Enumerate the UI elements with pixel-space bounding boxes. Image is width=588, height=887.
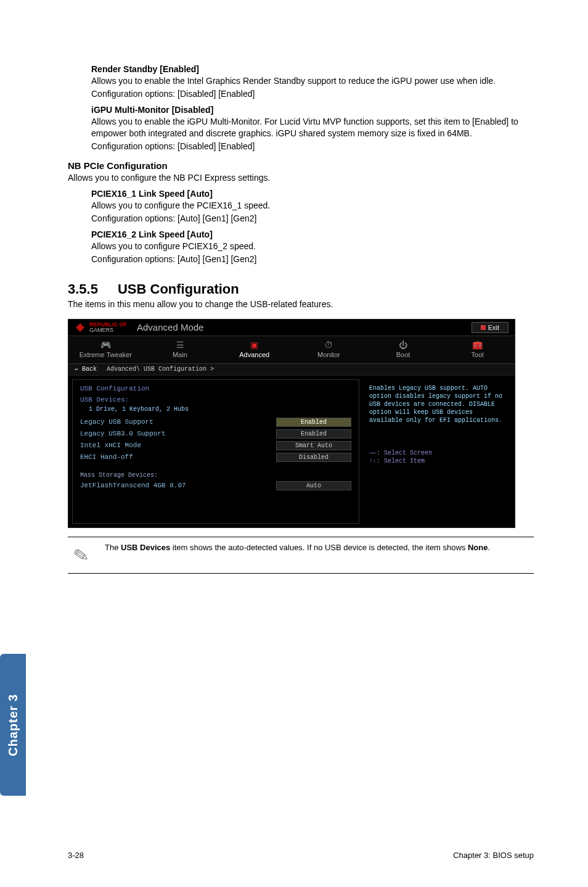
row-value: Smart Auto xyxy=(276,441,351,450)
pciex16-2-desc: Allows you to configure PCIEX16_2 speed. xyxy=(91,241,534,252)
tab-label: Tool xyxy=(472,351,484,358)
usb-config-heading: USB Configuration xyxy=(80,385,351,392)
tab-label: Monitor xyxy=(317,351,340,358)
row-value: Auto xyxy=(276,481,351,490)
gauge-icon: ⏱ xyxy=(292,340,366,350)
back-label[interactable]: Back xyxy=(82,366,97,373)
advanced-mode-label: Advanced Mode xyxy=(137,322,203,332)
power-icon: ⏻ xyxy=(366,340,441,350)
igpu-mm-desc: Allows you to enable the iGPU Multi-Moni… xyxy=(91,116,534,139)
row-value: Enabled xyxy=(276,429,351,439)
help-text: Enables Legacy USB support. AUTO option … xyxy=(369,384,505,424)
row-value: Disabled xyxy=(276,453,351,462)
igpu-mm-config: Configuration options: [Disabled] [Enabl… xyxy=(91,141,534,152)
page-number: 3-28 xyxy=(68,851,84,860)
exit-label: Exit xyxy=(488,324,499,331)
render-standby-config: Configuration options: [Disabled] [Enabl… xyxy=(91,88,534,100)
chapter-tab: Chapter 3 xyxy=(0,654,26,796)
exit-button[interactable]: Exit xyxy=(472,322,508,333)
pciex16-1-heading: PCIEX16_1 Link Speed [Auto] xyxy=(91,189,534,199)
nb-pcie-heading: NB PCIe Configuration xyxy=(68,160,534,171)
row-label: Intel xHCI Mode xyxy=(80,442,276,449)
tab-boot[interactable]: ⏻Boot xyxy=(366,336,441,363)
row-xhci[interactable]: Intel xHCI Mode Smart Auto xyxy=(80,441,351,450)
pciex16-1-config: Configuration options: [Auto] [Gen1] [Ge… xyxy=(91,213,534,225)
row-storage-item[interactable]: JetFlashTranscend 4GB 8.07 Auto xyxy=(80,481,351,490)
tab-monitor[interactable]: ⏱Monitor xyxy=(292,336,366,363)
row-ehci[interactable]: EHCI Hand-off Disabled xyxy=(80,453,351,462)
tab-extreme-tweaker[interactable]: 🎮Extreme Tweaker xyxy=(68,336,143,363)
row-label: EHCI Hand-off xyxy=(80,453,276,461)
row-label: Legacy USB Support xyxy=(80,418,276,426)
tab-advanced[interactable]: ▣Advanced xyxy=(217,336,292,363)
rog-logo-icon xyxy=(75,322,86,333)
render-standby-heading: Render Standby [Enabled] xyxy=(91,64,534,74)
joystick-icon: 🎮 xyxy=(68,340,143,350)
usb-devices-list: 1 Drive, 1 Keyboard, 2 Hubs xyxy=(80,406,351,413)
footer-chapter: Chapter 3: BIOS setup xyxy=(453,851,534,860)
render-standby-desc: Allows you to enable the Intel Graphics … xyxy=(91,75,534,87)
row-legacy-usb[interactable]: Legacy USB Support Enabled xyxy=(80,418,351,427)
list-icon: ☰ xyxy=(143,340,218,350)
chip-icon: ▣ xyxy=(217,340,292,350)
breadcrumb: Advanced\ USB Configuration > xyxy=(107,366,214,373)
section-title: USB Configuration xyxy=(118,281,239,297)
note-box: ✎ The USB Devices item shows the auto-de… xyxy=(68,537,534,574)
section-desc: The items in this menu allow you to chan… xyxy=(68,299,534,310)
nb-pcie-desc: Allows you to configure the NB PCI Expre… xyxy=(68,172,534,184)
row-label: JetFlashTranscend 4GB 8.07 xyxy=(80,482,276,489)
tab-label: Extreme Tweaker xyxy=(80,351,132,358)
pciex16-2-config: Configuration options: [Auto] [Gen1] [Ge… xyxy=(91,254,534,265)
tab-tool[interactable]: 🧰Tool xyxy=(440,336,515,363)
bios-brand: REPUBLIC OF GAMERS Advanced Mode xyxy=(75,322,203,333)
pciex16-2-heading: PCIEX16_2 Link Speed [Auto] xyxy=(91,229,534,239)
mass-storage-heading: Mass Storage Devices: xyxy=(80,472,351,479)
row-label: Legacy USB3.0 Support xyxy=(80,430,276,437)
toolbox-icon: 🧰 xyxy=(440,340,515,350)
section-number: 3.5.5 xyxy=(68,281,98,297)
tab-label: Advanced xyxy=(239,351,269,358)
row-value: Enabled xyxy=(276,418,351,427)
bios-screenshot: REPUBLIC OF GAMERS Advanced Mode Exit 🎮E… xyxy=(68,319,515,528)
row-legacy-usb30[interactable]: Legacy USB3.0 Support Enabled xyxy=(80,429,351,439)
nav-hint-item: ↑↓: Select Item xyxy=(369,457,505,465)
note-text: The USB Devices item shows the auto-dete… xyxy=(105,542,534,553)
igpu-mm-heading: iGPU Multi-Monitor [Disabled] xyxy=(91,105,534,115)
pciex16-1-desc: Allows you to configure the PCIEX16_1 sp… xyxy=(91,200,534,212)
tab-label: Main xyxy=(173,351,187,358)
tab-main[interactable]: ☰Main xyxy=(143,336,218,363)
nav-hint-screen: →←: Select Screen xyxy=(369,449,505,457)
tab-label: Boot xyxy=(396,351,410,358)
exit-icon xyxy=(481,325,486,330)
pencil-icon: ✎ xyxy=(66,540,96,570)
usb-devices-heading: USB Devices: xyxy=(80,396,351,403)
back-arrow-icon[interactable]: ⬅ xyxy=(75,366,78,373)
brand-line2: GAMERS xyxy=(89,328,127,333)
